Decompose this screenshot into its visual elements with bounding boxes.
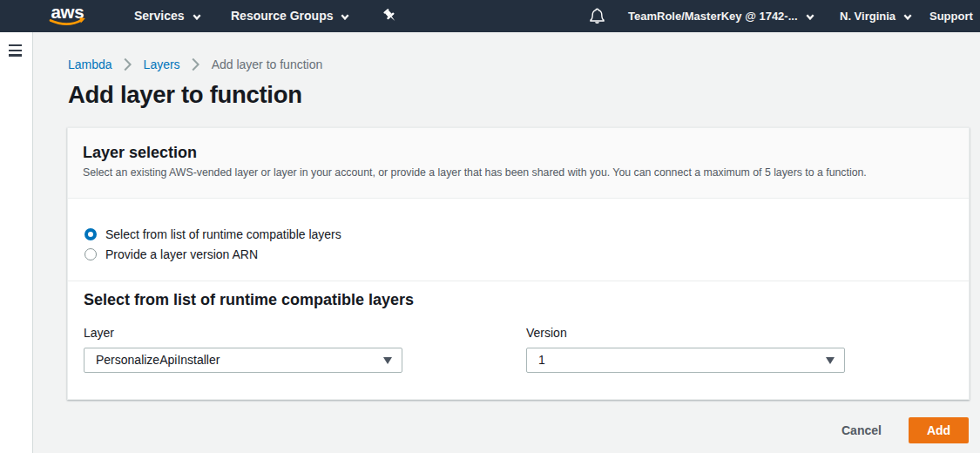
svg-text:aws: aws: [51, 3, 84, 22]
